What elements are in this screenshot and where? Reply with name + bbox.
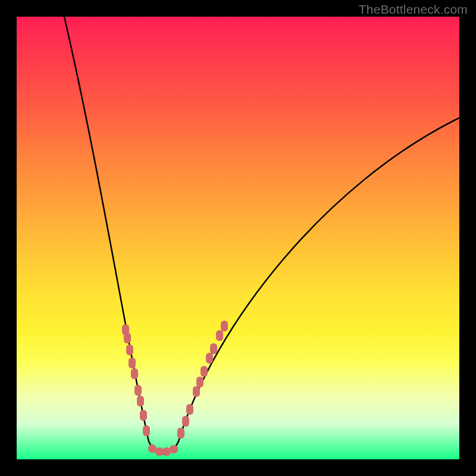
data-marker xyxy=(140,410,147,421)
data-marker xyxy=(182,416,189,427)
data-marker xyxy=(206,353,213,364)
data-marker xyxy=(134,385,142,396)
data-marker xyxy=(129,358,136,368)
data-marker xyxy=(126,345,133,355)
curve-layer xyxy=(64,17,459,454)
data-marker xyxy=(177,428,184,439)
data-marker xyxy=(131,368,138,379)
marker-layer xyxy=(122,321,228,456)
data-marker xyxy=(193,386,200,397)
data-marker xyxy=(221,321,228,331)
data-marker xyxy=(201,366,208,377)
data-marker xyxy=(216,330,223,341)
plot-area xyxy=(17,17,459,459)
chart-frame: TheBottleneck.com xyxy=(0,0,476,476)
data-marker xyxy=(124,333,131,343)
data-marker xyxy=(137,396,144,406)
data-marker xyxy=(162,447,171,456)
watermark-text: TheBottleneck.com xyxy=(359,2,468,17)
data-marker xyxy=(186,404,193,415)
data-marker xyxy=(196,377,203,387)
data-marker xyxy=(210,343,217,354)
bottleneck-curve-path xyxy=(64,17,459,454)
data-marker xyxy=(170,445,178,453)
chart-svg xyxy=(17,17,459,459)
data-marker xyxy=(143,425,150,436)
data-marker xyxy=(155,447,164,456)
data-marker xyxy=(148,444,156,453)
